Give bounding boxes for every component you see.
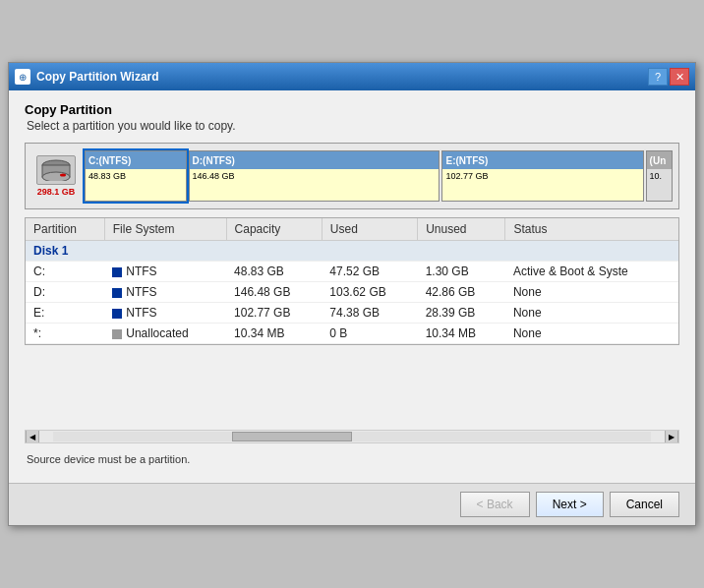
disk-visual: 298.1 GB C:(NTFS) 48.83 GB D:(NTFS) 146.… [25,143,679,209]
cell-used-d: 103.62 GB [322,282,417,303]
svg-point-3 [60,174,66,177]
table-row[interactable]: *: Unallocated 10.34 MB 0 B 10.34 MB Non… [26,323,678,344]
partition-header-e: E:(NTFS) [442,151,642,169]
table-header-row: Partition File System Capacity Used Unus… [26,218,678,241]
title-bar-left: ⊕ Copy Partition Wizard [15,69,159,85]
title-bar: ⊕ Copy Partition Wizard ? ✕ [9,63,695,90]
cell-unused-unalloc: 10.34 MB [418,323,505,344]
page-description: Select a partition you would like to cop… [25,119,679,133]
cell-partition-c: C: [26,262,104,282]
cell-unused-d: 42.86 GB [418,282,505,303]
table-row[interactable]: C: NTFS 48.83 GB 47.52 GB 1.30 GB Active… [26,262,678,282]
cancel-button[interactable]: Cancel [610,492,679,517]
cell-status-unalloc: None [505,323,678,344]
disk-image [36,155,76,185]
partition-visual-e[interactable]: E:(NTFS) 102.77 GB [441,150,643,202]
next-button[interactable]: Next > [536,492,604,517]
partition-visual-c[interactable]: C:(NTFS) 48.83 GB [85,150,187,202]
cell-status-d: None [505,282,678,303]
app-icon: ⊕ [15,69,30,85]
help-button[interactable]: ? [648,68,668,86]
cell-capacity-unalloc: 10.34 MB [226,323,322,344]
footer: < Back Next > Cancel [9,483,695,525]
cell-fs-c: NTFS [104,262,226,282]
page-title: Copy Partition [25,102,679,117]
fs-icon-unalloc [112,329,122,339]
fs-icon-d [112,288,122,298]
partition-header-d: D:(NTFS) [190,151,440,169]
fs-icon-e [112,309,122,319]
cell-status-c: Active & Boot & Syste [505,262,678,282]
scroll-right-arrow[interactable]: ▶ [665,430,678,443]
scrollbar-track[interactable] [53,432,651,441]
partition-table-container: Partition File System Capacity Used Unus… [25,217,679,345]
partition-table: Partition File System Capacity Used Unus… [26,218,678,344]
content-area: Copy Partition Select a partition you wo… [9,90,695,483]
disk-size-label: 298.1 GB [37,187,76,197]
partition-header-unalloc: (Un [647,151,672,169]
partition-visual-d[interactable]: D:(NTFS) 146.48 GB [189,150,440,202]
partition-body-d: 146.48 GB [190,169,440,201]
cell-capacity-d: 146.48 GB [226,282,322,303]
col-used: Used [322,218,417,241]
col-filesystem: File System [104,218,226,241]
back-button[interactable]: < Back [460,492,530,517]
cell-unused-c: 1.30 GB [418,262,505,282]
col-partition: Partition [26,218,104,241]
disk-icon: 298.1 GB [31,151,81,201]
disk-group-label: Disk 1 [26,241,678,262]
empty-space [25,351,679,430]
fs-icon-c [112,267,122,277]
cell-capacity-e: 102.77 GB [226,303,322,323]
cell-capacity-c: 48.83 GB [226,262,322,282]
cell-fs-e: NTFS [104,303,226,323]
horizontal-scrollbar[interactable]: ◀ ▶ [25,430,679,443]
col-status: Status [505,218,678,241]
cell-status-e: None [505,303,678,323]
col-capacity: Capacity [226,218,322,241]
disk-partitions-visual: C:(NTFS) 48.83 GB D:(NTFS) 146.48 GB E:(… [85,150,673,202]
disk-group-row: Disk 1 [26,241,678,262]
scrollbar-thumb[interactable] [232,432,352,441]
main-window: ⊕ Copy Partition Wizard ? ✕ Copy Partiti… [8,62,696,526]
cell-partition-unalloc: *: [26,323,104,344]
col-unused: Unused [418,218,505,241]
partition-body-c: 48.83 GB [86,169,186,201]
cell-used-c: 47.52 GB [322,262,417,282]
partition-visual-unalloc[interactable]: (Un 10. [646,150,673,202]
cell-used-unalloc: 0 B [322,323,417,344]
table-row[interactable]: E: NTFS 102.77 GB 74.38 GB 28.39 GB None [26,303,678,323]
cell-fs-unalloc: Unallocated [104,323,226,344]
status-message: Source device must be a partition. [25,451,679,471]
window-title: Copy Partition Wizard [36,70,159,84]
cell-used-e: 74.38 GB [322,303,417,323]
cell-partition-d: D: [26,282,104,303]
partition-body-unalloc: 10. [647,169,672,201]
table-row[interactable]: D: NTFS 146.48 GB 103.62 GB 42.86 GB Non… [26,282,678,303]
cell-unused-e: 28.39 GB [418,303,505,323]
scroll-left-arrow[interactable]: ◀ [26,430,39,443]
title-buttons: ? ✕ [648,68,689,86]
cell-partition-e: E: [26,303,104,323]
partition-header-c: C:(NTFS) [86,151,186,169]
close-button[interactable]: ✕ [670,68,689,86]
svg-point-2 [42,172,70,181]
cell-fs-d: NTFS [104,282,226,303]
partition-body-e: 102.77 GB [442,169,642,201]
